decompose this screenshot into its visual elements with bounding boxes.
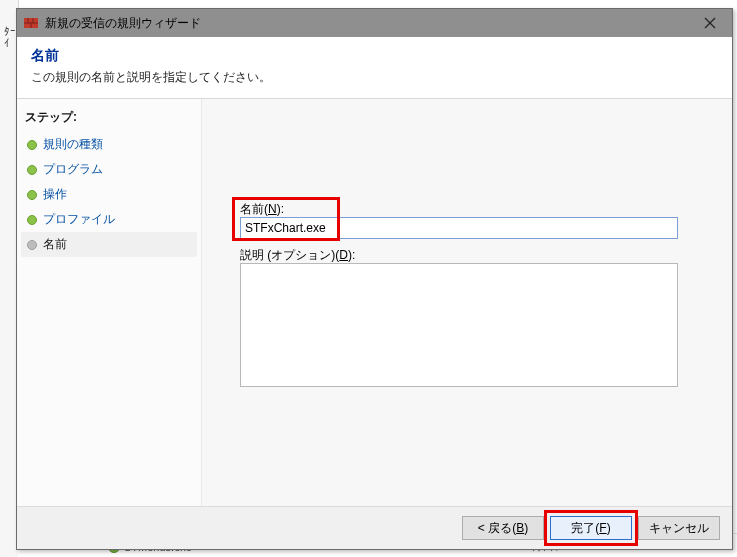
step-program[interactable]: プログラム xyxy=(21,157,197,182)
bullet-icon xyxy=(27,165,37,175)
step-profile[interactable]: プロファイル xyxy=(21,207,197,232)
bullet-icon xyxy=(27,215,37,225)
close-icon xyxy=(704,17,716,29)
step-label: 名前 xyxy=(43,236,67,253)
name-input[interactable] xyxy=(240,217,678,239)
footer: < 戻る(B) 完了(F) キャンセル xyxy=(17,506,732,549)
step-name[interactable]: 名前 xyxy=(21,232,197,257)
steps-list: 規則の種類 プログラム 操作 プロファイル 名前 xyxy=(21,132,197,257)
wizard-dialog: 新規の受信の規則ウィザード 名前 この規則の名前と説明を指定してください。 ステ… xyxy=(16,8,733,550)
dialog-title: 新規の受信の規則ウィザード xyxy=(45,15,201,32)
description-input[interactable] xyxy=(240,263,678,387)
description-label: 説明 (オプション)(D): xyxy=(240,247,355,264)
step-rule-type[interactable]: 規則の種類 xyxy=(21,132,197,157)
step-label: プロファイル xyxy=(43,211,115,228)
name-label: 名前(N): xyxy=(240,201,284,218)
finish-button[interactable]: 完了(F) xyxy=(550,516,632,540)
steps-label: ステップ: xyxy=(25,109,193,126)
close-button[interactable] xyxy=(688,9,732,37)
firewall-icon xyxy=(23,15,39,31)
back-button[interactable]: < 戻る(B) xyxy=(462,516,544,540)
bullet-icon xyxy=(27,190,37,200)
header-pane: 名前 この規則の名前と説明を指定してください。 xyxy=(17,37,732,99)
step-label: 規則の種類 xyxy=(43,136,103,153)
form-pane: 名前(N): 説明 (オプション)(D): xyxy=(202,99,732,506)
wizard-body: ステップ: 規則の種類 プログラム 操作 プロファイル 名前 名前(N): 説明… xyxy=(17,99,732,506)
titlebar[interactable]: 新規の受信の規則ウィザード xyxy=(17,9,732,37)
bullet-icon xyxy=(27,140,37,150)
step-action[interactable]: 操作 xyxy=(21,182,197,207)
step-label: 操作 xyxy=(43,186,67,203)
steps-pane: ステップ: 規則の種類 プログラム 操作 プロファイル 名前 xyxy=(17,99,202,506)
cancel-button[interactable]: キャンセル xyxy=(638,516,720,540)
bullet-icon xyxy=(27,240,37,250)
page-subtitle: この規則の名前と説明を指定してください。 xyxy=(31,69,718,86)
step-label: プログラム xyxy=(43,161,103,178)
page-title: 名前 xyxy=(31,47,718,65)
